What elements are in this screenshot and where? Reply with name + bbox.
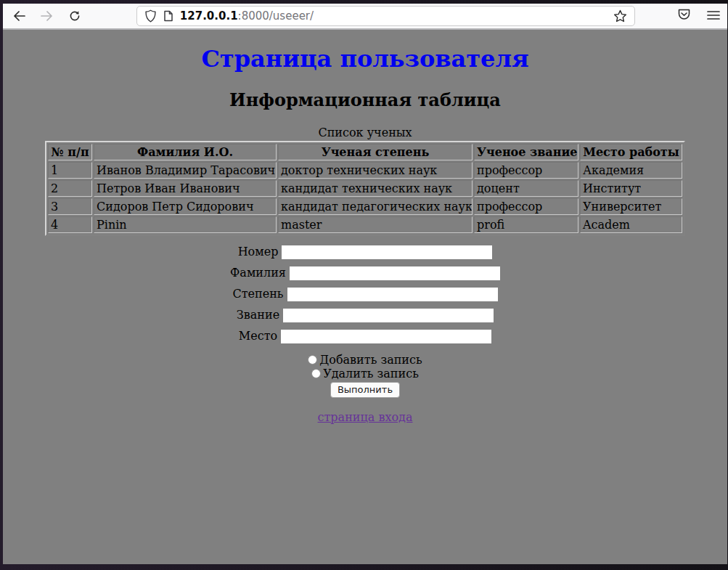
number-input[interactable]: [282, 245, 492, 259]
cell-rank: profi: [474, 216, 578, 233]
forward-button[interactable]: [36, 6, 58, 26]
degree-label: Степень: [232, 287, 283, 301]
add-record-label: Добавить запись: [319, 353, 422, 367]
cell-rank: профессор: [474, 198, 578, 215]
url-text[interactable]: 127.0.0.1:8000/useeer/: [180, 9, 613, 23]
rank-input[interactable]: [283, 309, 494, 322]
form-row-surname: Фамилия: [3, 266, 727, 280]
page-title: Страница пользователя: [3, 45, 727, 73]
cell-surname: Сидоров Петр Сидорович: [94, 198, 277, 215]
action-radio-group: Добавить запись Удалить запись: [3, 353, 727, 380]
table-row: 1 Иванов Владимир Тарасович доктор техни…: [48, 162, 682, 179]
col-header-degree: Ученая степень: [278, 144, 473, 160]
number-label: Номер: [238, 245, 279, 258]
table-row: 3 Сидоров Петр Сидорович кандидат педаго…: [48, 198, 682, 215]
cell-degree: кандидат педагогических наук: [278, 198, 473, 215]
radio-row-delete: Удалить запись: [3, 367, 727, 380]
forward-arrow-icon: [41, 11, 53, 21]
reload-button[interactable]: [64, 6, 86, 26]
cell-workplace: Институт: [580, 180, 682, 197]
table-row: 4 Pinin master profi Academ: [48, 216, 682, 233]
radio-row-add: Добавить запись: [3, 353, 727, 367]
cell-workplace: Университет: [580, 198, 682, 215]
col-header-rank: Ученое звание: [474, 144, 578, 160]
cell-surname: Pinin: [94, 216, 277, 233]
shield-icon[interactable]: [144, 9, 157, 23]
execute-button[interactable]: Выполнить: [330, 382, 400, 398]
menu-hamburger-icon[interactable]: [707, 9, 720, 23]
surname-label: Фамилия: [230, 266, 286, 280]
workplace-label: Место: [239, 329, 277, 343]
login-page-link[interactable]: страница входа: [318, 410, 413, 424]
record-form: Номер Фамилия Степень Звание Место Добав…: [3, 245, 727, 424]
cell-workplace: Академия: [580, 162, 682, 179]
page-info-icon[interactable]: [163, 10, 173, 22]
cell-rank: профессор: [474, 162, 578, 179]
form-row-rank: Звание: [3, 308, 727, 322]
form-row-degree: Степень: [3, 287, 727, 301]
cell-rank: доцент: [474, 180, 578, 197]
table-header-row: № п/п Фамилия И.О. Ученая степень Ученое…: [48, 144, 682, 160]
cell-degree: доктор технических наук: [278, 162, 473, 179]
surname-input[interactable]: [290, 266, 500, 280]
cell-number: 1: [48, 162, 92, 179]
rank-label: Звание: [237, 308, 279, 322]
workplace-input[interactable]: [281, 330, 491, 343]
col-header-surname: Фамилия И.О.: [94, 144, 277, 160]
page-subtitle: Информационная таблица: [3, 89, 727, 110]
table-caption: Список ученых: [3, 126, 727, 139]
browser-toolbar: 127.0.0.1:8000/useeer/: [3, 4, 727, 30]
delete-record-label: Удалить запись: [323, 367, 419, 380]
toolbar-right-group: [677, 8, 720, 24]
scientists-table: № п/п Фамилия И.О. Ученая степень Ученое…: [45, 141, 685, 236]
delete-record-radio[interactable]: [311, 369, 321, 378]
pocket-icon[interactable]: [677, 8, 691, 24]
add-record-radio[interactable]: [308, 355, 317, 365]
table-row: 2 Петров Иван Иванович кандидат техничес…: [48, 180, 682, 197]
browser-window: 127.0.0.1:8000/useeer/ Страница пользова…: [0, 0, 728, 570]
form-row-workplace: Место: [3, 329, 727, 343]
cell-degree: master: [278, 216, 473, 233]
reload-icon: [69, 10, 81, 22]
cell-workplace: Academ: [580, 216, 682, 233]
form-row-number: Номер: [3, 245, 727, 259]
cell-number: 4: [48, 216, 92, 233]
back-button[interactable]: [9, 6, 30, 26]
col-header-number: № п/п: [48, 144, 92, 160]
degree-input[interactable]: [287, 288, 498, 301]
col-header-workplace: Место работы: [580, 144, 682, 160]
back-arrow-icon: [13, 11, 25, 21]
url-bar[interactable]: 127.0.0.1:8000/useeer/: [136, 6, 635, 26]
cell-surname: Петров Иван Иванович: [94, 180, 277, 197]
url-host: 127.0.0.1: [180, 9, 238, 23]
cell-number: 3: [48, 198, 92, 215]
cell-degree: кандидат технических наук: [278, 180, 473, 197]
bookmark-star-icon[interactable]: [613, 9, 627, 23]
cell-surname: Иванов Владимир Тарасович: [94, 162, 277, 179]
cell-number: 2: [48, 180, 92, 197]
url-path: :8000/useeer/: [238, 9, 314, 23]
page-viewport: Страница пользователя Информационная таб…: [3, 30, 727, 564]
